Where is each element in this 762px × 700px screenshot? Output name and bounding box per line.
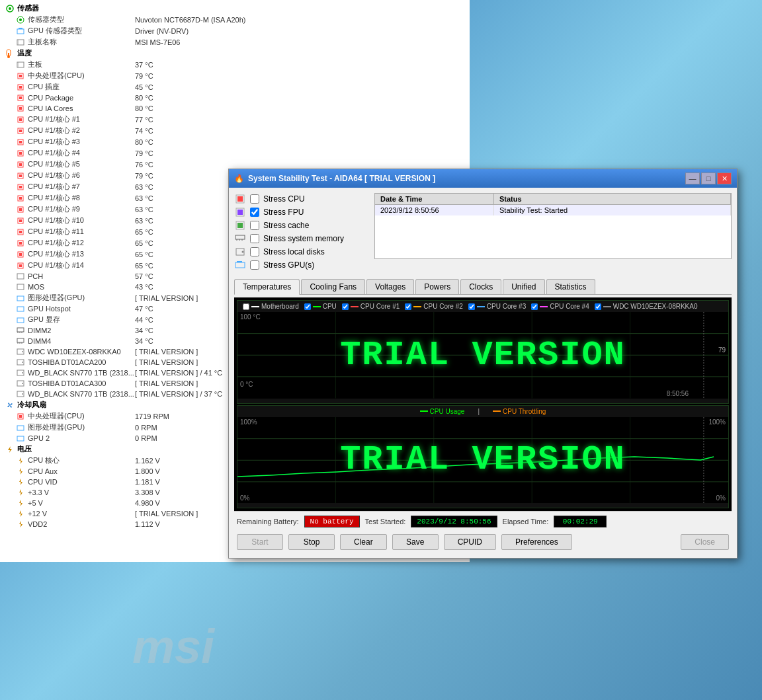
cpu-ia-icon <box>16 104 25 113</box>
gpu-type-icon <box>16 26 25 36</box>
clear-button[interactable]: Clear <box>340 534 387 550</box>
toshiba1-icon <box>16 358 25 367</box>
legend-cpu-usage-label: CPU Usage <box>430 408 465 415</box>
start-button[interactable]: Start <box>237 534 283 550</box>
minimize-button[interactable]: — <box>685 173 700 184</box>
stress-memory-checkbox[interactable] <box>250 234 259 243</box>
tab-temperatures[interactable]: Temperatures <box>234 279 300 295</box>
svg-rect-49 <box>17 274 24 279</box>
usage-chart-canvas: 100% 0% 100% 0% <box>237 417 728 504</box>
temp-row-cpu-package: CPU Package 80 °C <box>3 93 467 103</box>
maximize-button[interactable]: □ <box>701 173 716 184</box>
sensor-row-board-name: 主板名称 MSI MS-7E06 <box>3 36 467 48</box>
cpu-socket-icon <box>16 83 25 92</box>
toshiba2-icon <box>16 379 25 388</box>
volt-12v-icon <box>16 509 25 518</box>
gpu-hotspot-icon <box>16 304 25 313</box>
legend-core4-dot <box>540 306 548 307</box>
stress-fpu-option: Stress FPU <box>234 206 366 218</box>
cpuid-button[interactable]: CPUID <box>444 534 496 550</box>
stress-gpu-checkbox[interactable] <box>250 260 259 270</box>
legend-core3-dot <box>477 306 485 307</box>
close-titlebar-button[interactable]: ✕ <box>717 173 732 184</box>
legend-mb-dot <box>251 306 259 307</box>
stress-fpu-icon <box>234 206 246 218</box>
temp-row-core-6: CPU #1/核心 #2 74 °C <box>3 125 467 136</box>
core-9-icon <box>16 160 25 169</box>
stress-cache-checkbox[interactable] <box>250 221 259 230</box>
svg-rect-77 <box>237 196 243 202</box>
sensor-type-icon <box>16 15 25 24</box>
svg-rect-54 <box>17 328 24 332</box>
tab-unified[interactable]: Unified <box>503 279 544 294</box>
close-dialog-button[interactable]: Close <box>681 534 729 550</box>
core-15-icon <box>16 227 25 237</box>
log-table-header: Date & Time Status <box>375 194 731 205</box>
stress-cpu-option: Stress CPU <box>234 193 366 205</box>
stress-fpu-checkbox[interactable] <box>250 208 259 217</box>
log-cell-datetime-0: 2023/9/12 8:50:56 <box>375 205 494 215</box>
wd-black1-icon <box>16 368 25 377</box>
legend-cpu-checkbox[interactable] <box>304 303 311 310</box>
legend-mb-checkbox[interactable] <box>243 303 249 310</box>
svg-rect-38 <box>19 208 22 211</box>
svg-rect-34 <box>19 186 22 188</box>
svg-rect-51 <box>17 296 24 301</box>
temp-chart-legend: Motherboard CPU CPU Core #1 <box>237 301 728 312</box>
tab-clocks[interactable]: Clocks <box>460 279 501 294</box>
svg-rect-11 <box>17 62 24 67</box>
temp-row-cpu: 中央处理器(CPU) 79 °C <box>3 70 467 81</box>
stress-disks-checkbox[interactable] <box>250 247 259 256</box>
svg-point-69 <box>22 383 23 384</box>
log-row-0: 2023/9/12 8:50:56 Stability Test: Starte… <box>375 205 731 215</box>
svg-rect-32 <box>19 175 22 177</box>
sensor-row-gpu-type: GPU 传感器类型 Driver (NV-DRV) <box>3 25 467 36</box>
preferences-button[interactable]: Preferences <box>501 534 572 550</box>
tab-cooling-fans[interactable]: Cooling Fans <box>301 279 365 294</box>
stress-memory-option: Stress system memory <box>234 233 366 245</box>
svg-rect-81 <box>237 223 243 228</box>
elapsed-time-label: Elapsed Time: <box>503 518 549 525</box>
svg-rect-36 <box>19 197 22 200</box>
svg-rect-20 <box>19 107 22 110</box>
legend-core2-label: CPU Core #2 <box>423 303 462 310</box>
legend-cpu-usage-dot <box>420 410 428 412</box>
remaining-battery-label: Remaining Battery: <box>237 518 299 525</box>
svg-rect-82 <box>235 235 245 239</box>
fan-cpu-icon <box>16 412 25 421</box>
cpu-usage-chart: CPU Usage | CPU Throttling 100% 0% 100% … <box>237 405 729 509</box>
legend-core1-checkbox[interactable] <box>342 303 349 310</box>
save-button[interactable]: Save <box>392 534 439 550</box>
tab-statistics[interactable]: Statistics <box>546 279 595 294</box>
board-name-icon <box>16 38 25 47</box>
legend-wdc-checkbox[interactable] <box>595 303 601 310</box>
tab-powers[interactable]: Powers <box>415 279 459 294</box>
core-12-icon <box>16 194 25 203</box>
temp-row-core-8: CPU #1/核心 #4 79 °C <box>3 147 467 159</box>
legend-core1-dot <box>351 306 359 307</box>
svg-rect-48 <box>19 264 22 267</box>
svg-point-63 <box>22 351 23 352</box>
volt-vdd2-icon <box>16 520 25 529</box>
legend-core2-checkbox[interactable] <box>405 303 411 310</box>
legend-core3-checkbox[interactable] <box>468 303 475 310</box>
sensor-category-types: 传感器 <box>3 3 467 14</box>
chart-tabs-bar: Temperatures Cooling Fans Voltages Power… <box>234 279 732 295</box>
core-8-icon <box>16 149 25 158</box>
svg-rect-50 <box>17 284 24 290</box>
stress-cpu-checkbox[interactable] <box>250 194 259 204</box>
dimm2-icon <box>16 326 25 335</box>
svg-rect-52 <box>17 307 24 311</box>
tab-voltages[interactable]: Voltages <box>366 279 414 294</box>
svg-rect-4 <box>17 29 24 34</box>
svg-rect-88 <box>235 262 245 268</box>
usage-chart-legend: CPU Usage | CPU Throttling <box>237 406 728 417</box>
legend-cpu-throttling-dot <box>493 410 501 412</box>
wdc1-icon <box>16 347 25 356</box>
svg-rect-74 <box>17 426 24 430</box>
legend-cpu-usage: CPU Usage <box>420 408 465 415</box>
legend-core4-checkbox[interactable] <box>531 303 538 310</box>
stop-button[interactable]: Stop <box>288 534 335 550</box>
cpu-icon-temp <box>16 71 25 81</box>
chart-area: Motherboard CPU CPU Core #1 <box>234 297 732 511</box>
